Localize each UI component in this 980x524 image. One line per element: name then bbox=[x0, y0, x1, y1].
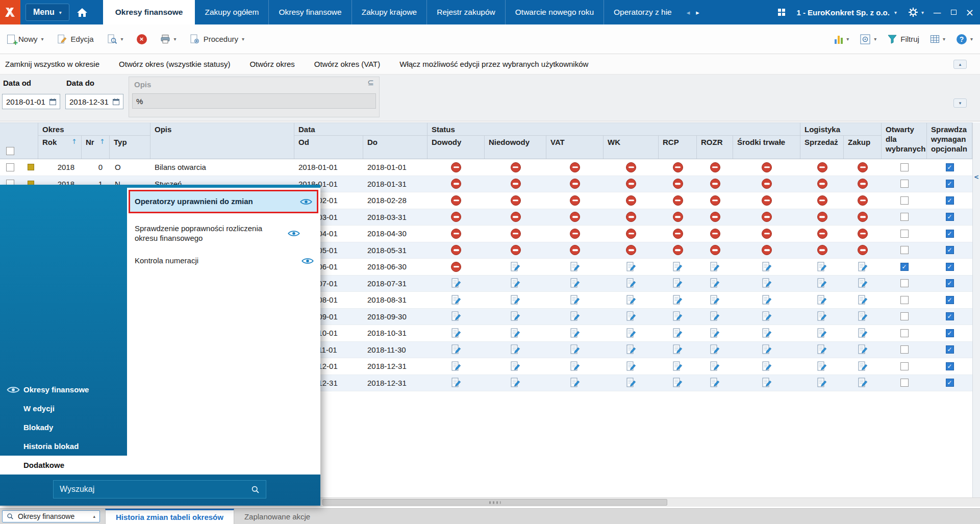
cell-data-do[interactable]: 2018-06-30 bbox=[363, 259, 428, 275]
cell-status[interactable] bbox=[800, 259, 844, 275]
cell-status[interactable] bbox=[733, 292, 800, 308]
cell-otwarty-dla-wybranych[interactable] bbox=[882, 309, 927, 325]
cell-status[interactable] bbox=[800, 292, 844, 308]
cell-status[interactable] bbox=[697, 176, 733, 192]
cell-data-do[interactable]: 2018-08-31 bbox=[363, 292, 428, 308]
cell-status[interactable] bbox=[485, 292, 546, 308]
cell-status[interactable] bbox=[800, 242, 844, 259]
cell-status[interactable] bbox=[659, 292, 697, 308]
action-zamknij-wszystko[interactable]: Zamknij wszystko w okresie bbox=[5, 60, 99, 68]
cell-status[interactable] bbox=[485, 375, 546, 391]
view-selector[interactable]: Okresy finansowe ▴ bbox=[2, 510, 100, 522]
cell-otwarty-dla-wybranych[interactable] bbox=[882, 159, 927, 176]
tab-zaplanowane-akcje[interactable]: Zaplanowane akcje bbox=[234, 509, 320, 524]
cell-otwarty-dla-wybranych[interactable] bbox=[882, 259, 927, 275]
cell-otwarty-dla-wybranych[interactable] bbox=[882, 226, 927, 242]
cell-status[interactable] bbox=[733, 226, 800, 242]
cell-status[interactable] bbox=[485, 209, 546, 226]
expand-filter-button[interactable]: ▾ bbox=[953, 98, 967, 108]
cell-status[interactable] bbox=[546, 375, 604, 391]
menu-item-dodatkowe-active[interactable]: Dodatkowe bbox=[0, 456, 320, 475]
cell-data-do[interactable]: 2018-01-01 bbox=[363, 159, 428, 176]
cell-typ[interactable]: O bbox=[110, 159, 150, 176]
cell-status[interactable] bbox=[428, 226, 485, 242]
filter-button[interactable]: Filtruj bbox=[888, 35, 919, 44]
cell-status[interactable] bbox=[844, 259, 882, 275]
menu-item-historia-blokad[interactable]: Historia blokad bbox=[0, 437, 127, 456]
cell-status[interactable] bbox=[485, 325, 546, 341]
cell-status[interactable] bbox=[485, 276, 546, 292]
otwarty-checkbox[interactable] bbox=[900, 246, 909, 254]
collapse-actions-button[interactable]: ▴ bbox=[953, 60, 967, 69]
home-button[interactable] bbox=[69, 0, 95, 24]
cell-status[interactable] bbox=[659, 276, 697, 292]
cell-status[interactable] bbox=[604, 292, 659, 308]
sprawdzanie-checkbox[interactable] bbox=[946, 379, 954, 387]
sprawdzanie-checkbox[interactable] bbox=[946, 312, 954, 320]
cell-status[interactable] bbox=[546, 309, 604, 325]
cell-status[interactable] bbox=[604, 259, 659, 275]
action-wlacz-edycje[interactable]: Włącz możliwość edycji przez wybranych u… bbox=[399, 60, 588, 68]
cell-status[interactable] bbox=[428, 325, 485, 341]
cell-status[interactable] bbox=[546, 226, 604, 242]
cell-otwarty-dla-wybranych[interactable] bbox=[882, 276, 927, 292]
cell-status[interactable] bbox=[800, 176, 844, 192]
cell-status[interactable] bbox=[697, 159, 733, 176]
cell-status[interactable] bbox=[485, 309, 546, 325]
cell-status[interactable] bbox=[604, 276, 659, 292]
cell-status[interactable] bbox=[844, 358, 882, 375]
sprawdzanie-checkbox[interactable] bbox=[946, 263, 954, 271]
cell-status[interactable] bbox=[800, 309, 844, 325]
cell-status[interactable] bbox=[844, 209, 882, 226]
otwarty-checkbox[interactable] bbox=[900, 329, 909, 337]
cell-status[interactable] bbox=[485, 226, 546, 242]
cell-status[interactable] bbox=[485, 192, 546, 209]
cell-status[interactable] bbox=[428, 159, 485, 176]
otwarty-checkbox[interactable] bbox=[900, 296, 909, 304]
opis-input[interactable] bbox=[132, 93, 376, 109]
otwarty-checkbox[interactable] bbox=[900, 279, 909, 287]
cell-status[interactable] bbox=[733, 375, 800, 391]
otwarty-checkbox[interactable] bbox=[900, 379, 909, 387]
cell-status[interactable] bbox=[844, 242, 882, 259]
cell-data-do[interactable]: 2018-02-28 bbox=[363, 192, 428, 209]
cell-status[interactable] bbox=[428, 209, 485, 226]
action-otworz-okres-vat[interactable]: Otwórz okres (VAT) bbox=[314, 60, 380, 68]
help-button[interactable]: ? ▾ bbox=[957, 34, 973, 44]
cell-status[interactable] bbox=[428, 176, 485, 192]
cell-otwarty-dla-wybranych[interactable] bbox=[882, 192, 927, 209]
cell-sprawdzanie[interactable] bbox=[927, 209, 972, 226]
cell-status[interactable] bbox=[697, 226, 733, 242]
cell-status[interactable] bbox=[428, 375, 485, 391]
submenu-item-sprawdzenie-poprawnosci[interactable]: Sprawdzenie poprawności rozliczenia okre… bbox=[130, 218, 318, 248]
sprawdzanie-checkbox[interactable] bbox=[946, 279, 954, 287]
cell-status[interactable] bbox=[844, 159, 882, 176]
cell-status[interactable] bbox=[733, 176, 800, 192]
cell-status[interactable] bbox=[733, 325, 800, 341]
tab-rejestr-zakupow[interactable]: Rejestr zakupów bbox=[427, 0, 506, 24]
cell-data-do[interactable]: 2018-11-30 bbox=[363, 342, 428, 358]
cell-opis[interactable]: Bilans otwarcia bbox=[150, 159, 294, 176]
action-otworz-okres[interactable]: Otwórz okres bbox=[249, 60, 294, 68]
cell-status[interactable] bbox=[604, 325, 659, 341]
cell-status[interactable] bbox=[659, 358, 697, 375]
cell-status[interactable] bbox=[604, 159, 659, 176]
cell-status[interactable] bbox=[800, 192, 844, 209]
cell-sprawdzanie[interactable] bbox=[927, 259, 972, 275]
table-row[interactable]: 20180OBilans otwarcia2018-01-012018-01-0… bbox=[0, 159, 972, 176]
cell-otwarty-dla-wybranych[interactable] bbox=[882, 358, 927, 375]
apps-grid-icon[interactable] bbox=[778, 9, 785, 16]
cell-status[interactable] bbox=[800, 159, 844, 176]
menu-item-okresy-finansowe[interactable]: Okresy finansowe bbox=[0, 380, 127, 399]
contains-operator[interactable]: ⊆ bbox=[367, 78, 374, 87]
cell-data-do[interactable]: 2018-01-31 bbox=[363, 176, 428, 192]
cell-data-do[interactable]: 2018-10-31 bbox=[363, 325, 428, 341]
cell-status[interactable] bbox=[659, 226, 697, 242]
cell-status[interactable] bbox=[697, 375, 733, 391]
cell-status[interactable] bbox=[697, 358, 733, 375]
cell-status[interactable] bbox=[659, 159, 697, 176]
cell-status[interactable] bbox=[844, 176, 882, 192]
minimize-button[interactable]: — bbox=[929, 0, 945, 24]
cell-status[interactable] bbox=[485, 176, 546, 192]
row-select-checkbox[interactable] bbox=[6, 163, 14, 171]
